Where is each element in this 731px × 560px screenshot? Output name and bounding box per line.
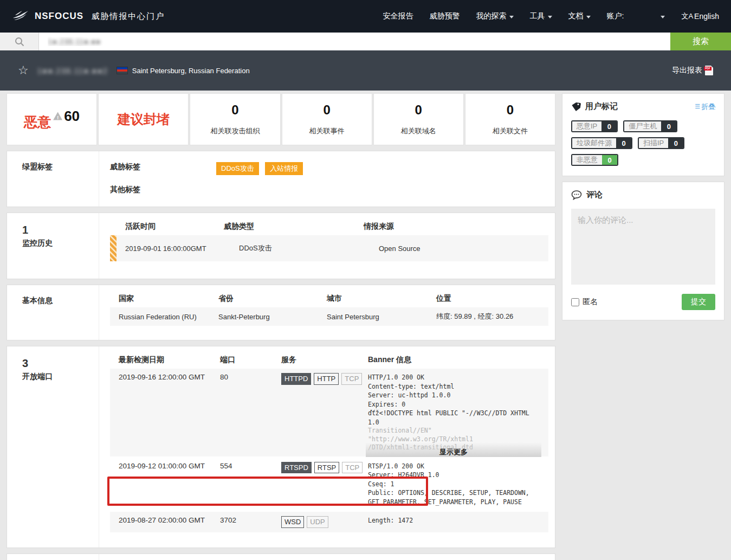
service-badge: WSD [281,516,304,528]
favorite-star-icon[interactable]: ☆ [18,63,29,78]
col-header: 城市 [327,294,436,304]
nav-item-account[interactable]: 账户: [607,11,665,21]
tag-pill-benign[interactable]: 非恶意 0 [571,154,618,166]
score-cards: 恶意 ! 60 建议封堵 0 相关联攻击组织 0 相关联事件 0 [7,93,555,145]
stat-label: 相关联攻击组织 [210,126,260,136]
table-row: 2019-09-01 16:00:00GMT DDoS攻击 Open Sourc… [110,235,548,261]
nav-item-threat-warning[interactable]: 威胁预警 [430,11,460,21]
section-body: 国家 省份 城市 位置 Russian Federation (RU) Sank… [99,285,555,340]
tag-icon [571,102,581,112]
col-header: 省份 [218,294,327,304]
threat-score: 60 [64,108,80,125]
nav-item-security-report[interactable]: 安全报告 [383,11,413,21]
section-body: 最新检测日期 端口 服务 Banner 信息 2019-09-16 12:00:… [99,346,555,548]
sidebar: 用户标记 ☰ 折叠 恶意IP 0 僵尸主机 0 垃圾邮件源 0 [562,93,724,326]
pill-count: 0 [602,155,617,165]
pill-count: 0 [601,121,617,131]
cell-banner: HTTP/1.0 200 OK Content-type: text/html … [368,373,539,452]
anonymous-checkbox[interactable] [571,298,579,306]
language-switcher[interactable]: 文AEnglish [681,11,719,21]
search-icon-box [0,33,39,50]
threat-tag[interactable]: 入站情报 [265,162,303,175]
service-badge: RTSPD [281,462,312,474]
user-tags-card: 用户标记 ☰ 折叠 恶意IP 0 僵尸主机 0 垃圾邮件源 0 [562,93,724,176]
language-icon: 文A [681,11,693,21]
stat-value: 0 [231,102,238,118]
anonymous-option[interactable]: 匿名 [571,297,598,307]
submit-comment-button[interactable]: 提交 [682,294,715,310]
cell-detect-date: 2019-08-27 02:00:00 GMT [110,516,220,524]
stat-card-domains: 0 相关联域名 [373,93,464,145]
comment-input[interactable] [571,209,715,285]
cell-source: Open Source [379,244,548,253]
section-label: 3 开放端口 [7,346,99,548]
col-header: 服务 [281,355,368,365]
pill-count: 0 [661,121,676,131]
brand[interactable]: NSFOCUS [12,9,83,23]
export-report-button[interactable]: 导出报表 [672,66,713,75]
monitoring-count: 1 [22,224,99,236]
section-title: 开放端口 [22,372,99,382]
collapse-link[interactable]: ☰ 折叠 [695,102,715,112]
search-input[interactable] [39,33,670,50]
service-badge: TCP [342,462,363,474]
section-label: 绿盟标签 [7,151,99,207]
section-basic-info: 基本信息 国家 省份 城市 位置 Russian Federation (RU)… [7,285,555,340]
page-content: 恶意 ! 60 建议封堵 0 相关联攻击组织 0 相关联事件 0 [0,91,731,560]
nav-item-my-explore[interactable]: 我的探索 [476,11,514,21]
service-badge: TCP [341,373,362,385]
service-badge: RTSP [314,462,339,474]
section-asn-info: ASN信息 ASN号 AS8359 Org MTS, RU 更新时间 2019-… [7,553,555,560]
threat-tags-label: 威胁标签 [110,162,216,175]
section-label: ASN信息 [7,554,99,560]
pill-label: 僵尸主机 [624,121,661,131]
other-tags-label: 其他标签 [110,185,216,195]
cell-detect-date: 2019-09-12 01:00:00 GMT [110,462,220,470]
comments-card: 评论 匿名 提交 [562,182,724,320]
pill-label: 非恶意 [572,155,602,165]
tag-pill-spam-source[interactable]: 垃圾邮件源 0 [571,137,632,149]
user-tags-title: 用户标记 [585,101,618,112]
col-header: Banner 信息 [368,355,539,365]
banner-text: HTTP/1.0 200 OK Content-type: text/html … [368,374,533,426]
user-tags-header: 用户标记 ☰ 折叠 [571,101,715,112]
brand-name: NSFOCUS [35,11,83,22]
threat-tag[interactable]: DDoS攻击 [216,162,259,175]
tag-pill-malicious-ip[interactable]: 恶意IP 0 [571,120,618,132]
russia-flag-icon [117,67,128,74]
top-navbar: NSFOCUS 威胁情报中心门户 安全报告 威胁预警 我的探索 工具 文档 账户… [0,0,731,33]
pill-count: 0 [616,138,631,148]
cell-province: Sankt-Peterburg [218,313,327,321]
stat-card-files: 0 相关联文件 [465,93,555,145]
search-button[interactable]: 搜索 [670,33,731,50]
threat-tags: DDoS攻击 入站情报 [216,162,307,175]
search-bar: 搜索 [0,33,731,50]
menu-lines-icon: ☰ [695,103,700,110]
col-header: 端口 [220,355,281,365]
show-more-link[interactable]: 显示更多 [439,448,468,456]
col-header: 威胁类型 [224,222,364,231]
tag-pill-scanner-ip[interactable]: 扫描IP 0 [638,137,684,149]
stat-label: 相关联事件 [309,126,345,136]
comments-header: 评论 [571,190,715,200]
cell-port: 80 [220,373,281,381]
title-bar: ☆ 1●●.236.11●.●●2 Saint Petersburg, Russ… [0,50,731,91]
cell-banner: Length: 1472 [368,516,539,525]
stat-value: 0 [507,102,514,118]
stat-card-attack-groups: 0 相关联攻击组织 [190,93,280,145]
nav-item-docs[interactable]: 文档 [568,11,591,21]
nav-item-tools[interactable]: 工具 [530,11,552,21]
cell-port: 554 [220,462,281,470]
section-title: 监控历史 [22,239,99,248]
banner-text: RTSP/1.0 200 OK Server: H264DVR 1.0 Cseq… [368,462,529,506]
portal-title: 威胁情报中心门户 [91,11,165,22]
section-nsfocus-tags: 绿盟标签 威胁标签 DDoS攻击 入站情报 其他标签 [7,151,555,207]
section-label: 基本信息 [7,285,99,340]
tag-pill-zombie-host[interactable]: 僵尸主机 0 [623,120,677,132]
port-row-554: 2019-09-12 01:00:00 GMT 554 RTSPDRTSPTCP… [110,458,548,511]
pill-label: 恶意IP [572,121,601,131]
table-header: 最新检测日期 端口 服务 Banner 信息 [110,355,548,365]
user-tag-pills: 恶意IP 0 僵尸主机 0 垃圾邮件源 0 扫描IP 0 非恶意 0 [571,120,715,166]
port-row-80: 2019-09-16 12:00:00 GMT 80 HTTPDHTTPTCP … [110,369,548,456]
verdict-label: 恶意 [24,113,51,131]
